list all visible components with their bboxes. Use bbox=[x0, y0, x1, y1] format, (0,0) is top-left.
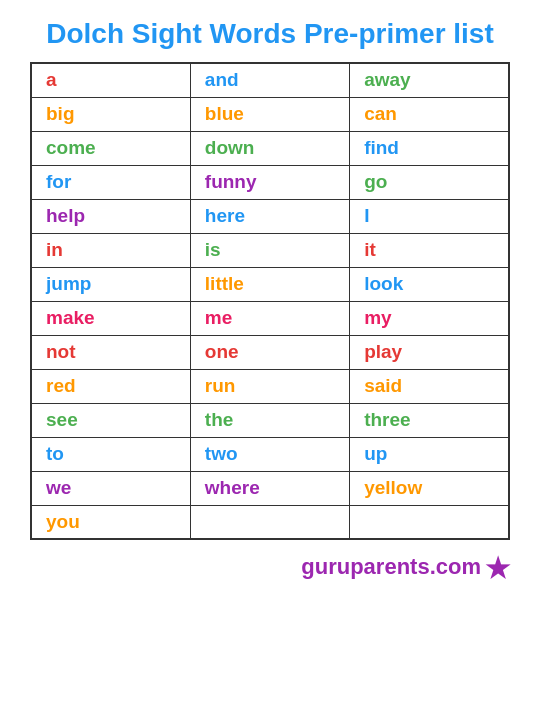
word-cell: big bbox=[31, 97, 190, 131]
word-cell: you bbox=[31, 505, 190, 539]
word-cell: little bbox=[190, 267, 349, 301]
word-cell: up bbox=[350, 437, 509, 471]
word-cell: come bbox=[31, 131, 190, 165]
word-cell: for bbox=[31, 165, 190, 199]
word-cell: blue bbox=[190, 97, 349, 131]
word-cell: one bbox=[190, 335, 349, 369]
table-row: totwoup bbox=[31, 437, 509, 471]
word-cell: and bbox=[190, 63, 349, 97]
word-cell: two bbox=[190, 437, 349, 471]
word-cell: in bbox=[31, 233, 190, 267]
word-cell: is bbox=[190, 233, 349, 267]
table-row: wewhereyellow bbox=[31, 471, 509, 505]
word-cell: yellow bbox=[350, 471, 509, 505]
word-cell: not bbox=[31, 335, 190, 369]
word-cell: jump bbox=[31, 267, 190, 301]
word-cell: we bbox=[31, 471, 190, 505]
word-cell: red bbox=[31, 369, 190, 403]
word-table: aandawaybigbluecancomedownfindforfunnygo… bbox=[30, 62, 510, 540]
word-cell: help bbox=[31, 199, 190, 233]
word-cell: where bbox=[190, 471, 349, 505]
word-cell: here bbox=[190, 199, 349, 233]
word-cell: said bbox=[350, 369, 509, 403]
word-cell: run bbox=[190, 369, 349, 403]
word-cell: down bbox=[190, 131, 349, 165]
page-title: Dolch Sight Words Pre-primer list bbox=[0, 0, 540, 62]
table-row: helphereI bbox=[31, 199, 509, 233]
table-row: redrunsaid bbox=[31, 369, 509, 403]
table-row: jumplittlelook bbox=[31, 267, 509, 301]
word-cell: see bbox=[31, 403, 190, 437]
star-icon: ★ bbox=[485, 552, 510, 585]
word-cell: a bbox=[31, 63, 190, 97]
footer-text: guruparents.com bbox=[301, 554, 481, 579]
word-cell: away bbox=[350, 63, 509, 97]
table-row: notoneplay bbox=[31, 335, 509, 369]
table-row: you bbox=[31, 505, 509, 539]
word-cell: I bbox=[350, 199, 509, 233]
word-cell: the bbox=[190, 403, 349, 437]
word-cell bbox=[350, 505, 509, 539]
word-cell: it bbox=[350, 233, 509, 267]
footer: guruparents.com★ bbox=[0, 540, 540, 585]
word-cell: make bbox=[31, 301, 190, 335]
word-cell: to bbox=[31, 437, 190, 471]
word-cell: funny bbox=[190, 165, 349, 199]
word-cell: can bbox=[350, 97, 509, 131]
table-row: seethethree bbox=[31, 403, 509, 437]
word-cell: my bbox=[350, 301, 509, 335]
word-cell: me bbox=[190, 301, 349, 335]
table-row: bigbluecan bbox=[31, 97, 509, 131]
word-cell: play bbox=[350, 335, 509, 369]
table-row: forfunnygo bbox=[31, 165, 509, 199]
word-cell: go bbox=[350, 165, 509, 199]
word-cell: find bbox=[350, 131, 509, 165]
table-row: comedownfind bbox=[31, 131, 509, 165]
table-row: makememy bbox=[31, 301, 509, 335]
table-row: inisit bbox=[31, 233, 509, 267]
word-cell bbox=[190, 505, 349, 539]
table-row: aandaway bbox=[31, 63, 509, 97]
word-cell: look bbox=[350, 267, 509, 301]
word-cell: three bbox=[350, 403, 509, 437]
